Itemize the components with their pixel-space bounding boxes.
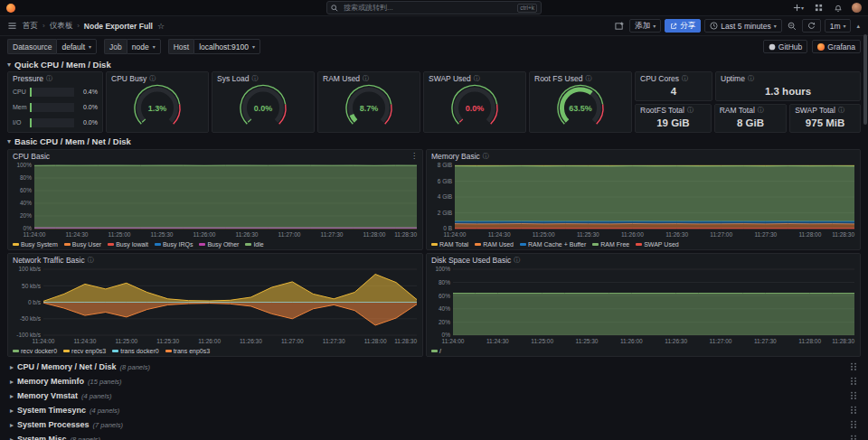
- refresh-button[interactable]: [802, 19, 821, 33]
- info-icon[interactable]: ⓘ: [251, 74, 258, 83]
- svg-text:0.0%: 0.0%: [254, 104, 273, 113]
- legend-item[interactable]: trans docker0: [112, 348, 158, 354]
- info-icon[interactable]: ⓘ: [687, 106, 693, 115]
- panel-menu-kebab-icon[interactable]: ⋮: [410, 152, 418, 160]
- menu-hamburger-icon[interactable]: [6, 19, 18, 33]
- breadcrumb-dashboards[interactable]: 仪表板: [50, 21, 73, 32]
- time-range-picker[interactable]: Last 5 minutes ▾: [704, 19, 781, 33]
- row-drag-handle[interactable]: [850, 420, 858, 429]
- zoom-out-time-icon[interactable]: [786, 19, 798, 33]
- row-header-quick[interactable]: ▾ Quick CPU / Mem / Disk: [7, 59, 861, 70]
- github-link-button[interactable]: GitHub: [763, 40, 807, 53]
- row-memory-meminfo[interactable]: ▸ Memory Meminfo (15 panels): [7, 374, 861, 389]
- info-icon[interactable]: ⓘ: [838, 106, 844, 115]
- variable-job-picker[interactable]: node ▾: [127, 39, 161, 54]
- panel-title[interactable]: Pressure: [13, 74, 43, 83]
- panel-title[interactable]: SWAP Used: [429, 74, 471, 83]
- disk-space-chart[interactable]: 0%20%40%60%80%100%11:24:0011:24:3011:25:…: [428, 266, 859, 345]
- row-drag-handle[interactable]: [850, 377, 858, 386]
- legend-item[interactable]: recv enp0s3: [63, 348, 106, 354]
- info-icon[interactable]: ⓘ: [149, 74, 156, 83]
- favorite-star-icon[interactable]: ☆: [157, 22, 165, 31]
- network-traffic-chart[interactable]: 100 kb/s50 kb/s0 b/s-50 kb/s-100 kb/s11:…: [9, 266, 421, 345]
- panel-title[interactable]: Memory Basic: [431, 152, 480, 161]
- legend-item[interactable]: Busy Other: [199, 241, 239, 248]
- caret-down-icon: ▾: [653, 23, 656, 29]
- grafana-logo-icon[interactable]: [6, 4, 15, 13]
- new-button[interactable]: ▾: [791, 1, 806, 14]
- legend-item[interactable]: Busy System: [13, 241, 58, 248]
- collapse-toolbar-caret-up-icon[interactable]: ▴: [854, 19, 862, 33]
- legend-item[interactable]: SWAP Used: [636, 241, 679, 248]
- info-icon[interactable]: ⓘ: [483, 152, 489, 161]
- legend-item[interactable]: recv docker0: [13, 348, 57, 354]
- svg-text:100 kb/s: 100 kb/s: [18, 266, 41, 272]
- panel-title[interactable]: RootFS Total: [640, 106, 684, 115]
- info-icon[interactable]: ⓘ: [748, 74, 754, 83]
- row-system-processes[interactable]: ▸ System Processes (7 panels): [7, 417, 861, 432]
- memory-basic-chart[interactable]: 0 B2 GiB4 GiB6 GiB8 GiB11:24:0011:24:301…: [428, 162, 859, 239]
- panel-title[interactable]: RAM Used: [323, 74, 360, 83]
- info-icon[interactable]: ⓘ: [585, 74, 591, 83]
- row-header-basic[interactable]: ▾ Basic CPU / Mem / Net / Disk: [7, 136, 861, 147]
- refresh-interval-picker[interactable]: 1m ▾: [825, 19, 852, 33]
- svg-text:11:26:00: 11:26:00: [621, 231, 644, 238]
- panel-title[interactable]: CPU Basic: [13, 152, 50, 161]
- row-cpu-memory-net-disk[interactable]: ▸ CPU / Memory / Net / Disk (8 panels): [7, 360, 861, 374]
- panel-title[interactable]: SWAP Total: [795, 106, 835, 115]
- share-button[interactable]: 分享: [665, 19, 701, 33]
- breadcrumb-home[interactable]: 首页: [23, 21, 38, 32]
- panel-title[interactable]: Uptime: [721, 74, 745, 83]
- legend-item[interactable]: Busy IRQs: [155, 241, 193, 248]
- panel-title[interactable]: Disk Space Used Basic: [431, 256, 511, 265]
- notifications-bell-icon[interactable]: [832, 1, 844, 14]
- info-icon[interactable]: ⓘ: [474, 74, 480, 83]
- info-icon[interactable]: ⓘ: [514, 256, 520, 265]
- row-drag-handle[interactable]: [850, 406, 858, 415]
- row-memory-vmstat[interactable]: ▸ Memory Vmstat (4 panels): [7, 389, 861, 403]
- cpu-basic-chart[interactable]: 0%20%40%60%80%100%11:24:0011:24:3011:25:…: [9, 162, 421, 239]
- panel-title[interactable]: CPU Busy: [111, 74, 146, 83]
- search-input[interactable]: [342, 3, 514, 13]
- info-icon[interactable]: ⓘ: [46, 74, 52, 83]
- chevron-right-icon: ▸: [10, 407, 14, 415]
- row-system-misc[interactable]: ▸ System Misc (8 panels): [7, 432, 861, 440]
- variable-datasource-picker[interactable]: default ▾: [56, 39, 97, 54]
- legend-item[interactable]: RAM Cache + Buffer: [520, 241, 586, 248]
- scrollbar-thumb[interactable]: [863, 34, 867, 125]
- legend-item[interactable]: Busy User: [64, 241, 101, 248]
- add-button[interactable]: 添加 ▾: [629, 19, 661, 33]
- panel-title[interactable]: Sys Load: [217, 74, 249, 83]
- info-icon[interactable]: ⓘ: [682, 74, 688, 83]
- svg-text:11:27:00: 11:27:00: [710, 338, 732, 344]
- info-icon[interactable]: ⓘ: [758, 106, 764, 115]
- svg-text:11:24:30: 11:24:30: [486, 338, 509, 344]
- legend-item[interactable]: trans enp0s3: [165, 348, 210, 354]
- panel-title[interactable]: CPU Cores: [640, 74, 679, 83]
- info-icon[interactable]: ⓘ: [363, 74, 369, 83]
- row-drag-handle[interactable]: [850, 362, 858, 371]
- panel-title[interactable]: Network Traffic Basic: [13, 256, 85, 265]
- legend-item[interactable]: Busy Iowait: [108, 241, 148, 248]
- search-box[interactable]: ctrl+k: [326, 1, 542, 14]
- svg-text:11:27:00: 11:27:00: [710, 231, 732, 238]
- legend-item[interactable]: Idle: [245, 241, 263, 248]
- panel-title[interactable]: RAM Total: [720, 106, 755, 115]
- legend-item[interactable]: /: [431, 348, 441, 354]
- grafana-link-button[interactable]: Grafana: [812, 40, 861, 53]
- legend-item[interactable]: RAM Total: [431, 241, 468, 248]
- add-panel-icon[interactable]: [613, 19, 626, 33]
- legend-item[interactable]: RAM Used: [475, 241, 514, 248]
- row-drag-handle[interactable]: [850, 391, 858, 400]
- panel-title[interactable]: Root FS Used: [534, 74, 582, 83]
- variable-host-picker[interactable]: localhost:9100 ▾: [193, 39, 260, 54]
- row-drag-handle[interactable]: [850, 435, 858, 440]
- breadcrumb-dashboard-title[interactable]: Node Exporter Full: [84, 22, 153, 31]
- legend-item[interactable]: RAM Free: [592, 241, 629, 248]
- bar-fill: [30, 118, 32, 127]
- row-system-timesync[interactable]: ▸ System Timesync (4 panels): [7, 403, 861, 417]
- info-icon[interactable]: ⓘ: [88, 256, 94, 265]
- user-avatar[interactable]: [852, 3, 862, 13]
- apps-grid-icon[interactable]: [813, 1, 825, 14]
- caret-down-icon: ▾: [89, 43, 91, 50]
